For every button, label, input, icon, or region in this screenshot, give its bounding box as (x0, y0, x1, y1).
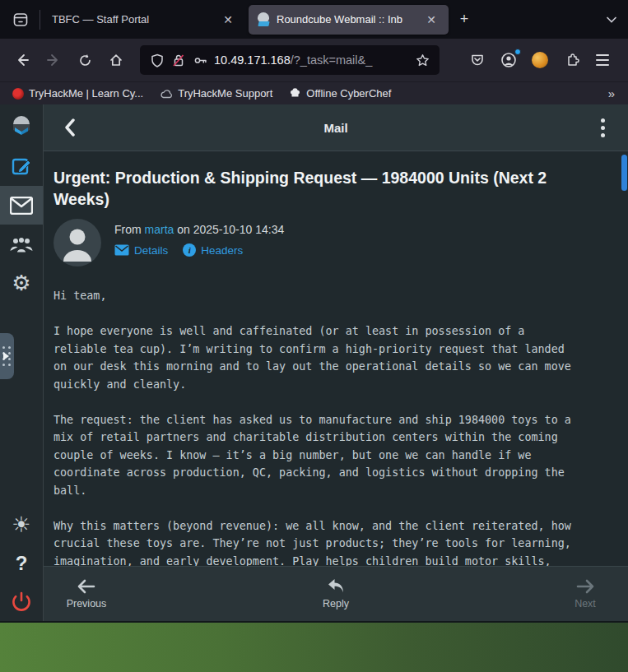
browser-window: TBFC — Staff Portal ✕ Roundcube Webmail … (0, 0, 628, 623)
menu-hamburger-icon[interactable] (588, 46, 616, 74)
headers-toggle[interactable]: i Headers (183, 243, 243, 257)
more-options-kebab-icon[interactable] (588, 118, 616, 137)
sidebar-item-mail[interactable] (0, 186, 43, 225)
key-icon[interactable] (189, 49, 211, 71)
task-menu-sidebar: ⚙ ☀ ? (0, 104, 44, 621)
bookmarks-overflow-icon[interactable]: » (602, 86, 621, 100)
mail-view: Mail Urgent: Production & Shipping Reque… (44, 104, 628, 621)
reply-button[interactable]: Reply (296, 567, 375, 621)
details-label: Details (134, 244, 168, 257)
account-icon[interactable] (495, 46, 523, 74)
info-icon: i (183, 243, 196, 257)
sidebar-item-contacts[interactable] (0, 225, 43, 263)
next-message-button[interactable]: Next (546, 567, 625, 621)
list-all-tabs-icon[interactable] (605, 13, 618, 26)
chef-hat-favicon (289, 87, 301, 100)
sidebar-item-logout[interactable] (0, 582, 43, 621)
headers-label: Headers (201, 244, 243, 257)
url-text[interactable]: 10.49.171.168/?_task=mail&_ (214, 53, 412, 67)
firefox-view-icon[interactable] (7, 6, 35, 34)
message-toolbar: Previous Reply Next (44, 566, 628, 621)
desktop-wallpaper (0, 621, 628, 672)
bookmark-star-icon[interactable] (412, 49, 433, 71)
tab-staff-portal[interactable]: TBFC — Staff Portal ✕ (44, 5, 245, 35)
arrow-left-icon (77, 579, 95, 594)
previous-message-button[interactable]: Previous (47, 567, 126, 621)
tab-bar: TBFC — Staff Portal ✕ Roundcube Webmail … (0, 0, 628, 39)
back-icon[interactable] (8, 46, 36, 74)
tab-title: TBFC — Staff Portal (52, 13, 219, 25)
reload-icon[interactable] (71, 46, 99, 74)
sidebar-item-compose[interactable] (0, 147, 43, 186)
envelope-icon (114, 244, 129, 256)
navigation-toolbar: 10.49.171.168/?_task=mail&_ (0, 39, 628, 81)
close-tab-icon[interactable]: ✕ (219, 11, 237, 29)
home-icon[interactable] (102, 46, 130, 74)
sender-link[interactable]: marta (145, 223, 174, 236)
gear-icon: ⚙ (12, 272, 30, 294)
on-label: on (177, 223, 190, 236)
tryhackme-favicon (12, 88, 24, 100)
tab-title: Roundcube Webmail :: Inb (277, 13, 422, 25)
bookmark-label: TryHackMe Support (178, 87, 272, 100)
url-host: 10.49.171.168 (214, 53, 291, 67)
extension-addon-icon[interactable] (526, 46, 554, 74)
url-bar[interactable]: 10.49.171.168/?_task=mail&_ (140, 45, 440, 75)
close-tab-icon[interactable]: ✕ (422, 11, 440, 29)
message-header: From marta on 2025-10-10 14:34 Details (53, 219, 618, 266)
bookmark-cyberchef[interactable]: Offline CyberChef (283, 85, 397, 103)
bookmarks-bar: TryHackMe | Learn Cy... TryHackMe Suppor… (0, 81, 628, 104)
bookmark-label: Offline CyberChef (306, 87, 391, 100)
shield-icon[interactable] (147, 49, 168, 71)
sender-avatar (53, 219, 101, 266)
account-notification-dot (514, 49, 521, 55)
back-chevron-icon[interactable] (55, 114, 83, 141)
previous-label: Previous (67, 598, 107, 609)
screen: TBFC — Staff Portal ✕ Roundcube Webmail … (0, 0, 628, 672)
from-label: From (114, 223, 142, 236)
bookmark-tryhackme-support[interactable]: TryHackMe Support (154, 85, 278, 103)
url-path: /?_task=mail&_ (291, 53, 373, 67)
sidebar-item-help[interactable]: ? (0, 544, 43, 582)
extensions-puzzle-icon[interactable] (557, 46, 585, 74)
mail-header-bar: Mail (44, 104, 628, 151)
message-subject: Urgent: Production & Shipping Request — … (53, 167, 618, 210)
forward-icon[interactable] (40, 46, 67, 74)
expand-arrow-icon (3, 352, 9, 360)
new-tab-button[interactable]: + (452, 7, 477, 32)
roundcube-logo[interactable] (0, 104, 43, 147)
insecure-lock-icon[interactable] (168, 49, 189, 71)
message-body: Hi team, I hope everyone is well and caf… (53, 287, 618, 566)
roundcube-app: ⚙ ☀ ? Ma (0, 104, 628, 621)
next-label: Next (575, 598, 596, 609)
details-toggle[interactable]: Details (114, 244, 168, 257)
reply-arrow-icon (327, 578, 345, 594)
cloud-support-favicon (160, 88, 173, 100)
roundcube-favicon (257, 12, 271, 26)
toolbar-right-icons (463, 46, 620, 74)
bookmark-tryhackme[interactable]: TryHackMe | Learn Cy... (7, 85, 149, 103)
message-content[interactable]: Urgent: Production & Shipping Request — … (44, 151, 628, 566)
sidebar-item-display-options[interactable]: ☀ (0, 505, 43, 544)
from-line: From marta on 2025-10-10 14:34 (114, 223, 284, 236)
pocket-icon[interactable] (463, 46, 491, 74)
sidebar-splitter-handle[interactable] (0, 333, 14, 379)
bookmark-label: TryHackMe | Learn Cy... (29, 87, 143, 100)
scrollbar-thumb[interactable] (621, 155, 627, 191)
reply-label: Reply (323, 598, 349, 609)
sidebar-item-settings[interactable]: ⚙ (0, 263, 43, 302)
sun-display-icon: ☀ (12, 514, 30, 535)
page-title: Mail (83, 121, 588, 135)
tab-separator (40, 10, 40, 30)
tab-roundcube-webmail[interactable]: Roundcube Webmail :: Inb ✕ (249, 5, 449, 35)
arrow-right-icon (576, 579, 594, 594)
message-datetime: 2025-10-10 14:34 (193, 223, 285, 236)
